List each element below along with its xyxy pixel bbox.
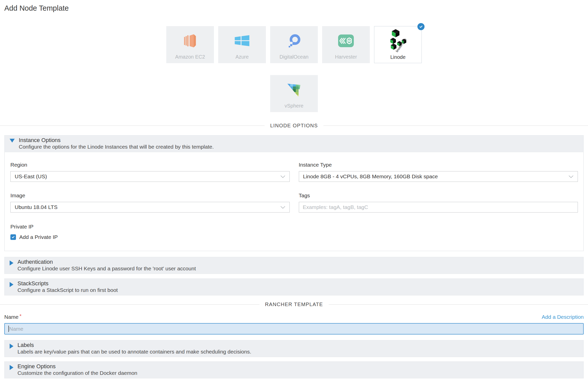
instance-options-panel: Region US-East (US) Instance Type Linode… (4, 152, 584, 251)
private-ip-label: Private IP (10, 224, 290, 230)
instance-type-label: Instance Type (299, 162, 578, 168)
provider-card-azure[interactable]: Azure (218, 26, 266, 63)
section-engine-options-header[interactable]: Engine Options Customize the configurati… (4, 361, 584, 378)
provider-label: vSphere (285, 103, 304, 109)
provider-card-harvester[interactable]: Harvester (322, 26, 370, 63)
svg-text:linode.com: linode.com (395, 38, 407, 53)
tags-field: Tags (299, 192, 578, 213)
tags-label: Tags (299, 192, 578, 199)
section-labels-header[interactable]: Labels Labels are key/value pairs that c… (4, 340, 584, 357)
expand-arrow-icon (10, 282, 13, 287)
provider-label: Harvester (335, 54, 357, 60)
section-stackscripts-header[interactable]: StackScripts Configure a StackScript to … (4, 278, 584, 295)
name-input[interactable] (4, 323, 584, 335)
name-input-wrap (4, 323, 584, 335)
instance-type-value: Linode 8GB - 4 vCPUs, 8GB Memory, 160GB … (303, 173, 438, 180)
expand-arrow-icon (10, 344, 13, 349)
private-ip-checkbox[interactable] (10, 234, 16, 240)
chevron-down-icon (568, 175, 574, 178)
region-field: Region US-East (US) (10, 162, 290, 182)
region-value: US-East (US) (15, 173, 47, 180)
image-select[interactable]: Ubuntu 18.04 LTS (10, 202, 290, 213)
provider-label: Amazon EC2 (175, 54, 205, 60)
section-instance-options-header[interactable]: Instance Options Configure the options f… (4, 135, 584, 152)
expand-arrow-icon (10, 260, 13, 266)
image-value: Ubuntu 18.04 LTS (15, 204, 58, 210)
divider-label: RANCHER TEMPLATE (260, 302, 329, 307)
region-select[interactable]: US-East (US) (10, 171, 290, 182)
linode-options-divider: LINODE OPTIONS (0, 123, 588, 129)
provider-label: Linode (390, 54, 406, 60)
digitalocean-icon (286, 28, 302, 54)
region-label: Region (10, 162, 290, 168)
required-asterisk: * (20, 313, 22, 319)
provider-card-vsphere[interactable]: vSphere (270, 75, 318, 112)
provider-row-1: Amazon EC2 Azure (4, 26, 584, 63)
harvester-icon (338, 28, 354, 54)
add-node-template-page: Add Node Template Amazon EC2 (0, 4, 588, 387)
section-authentication-header[interactable]: Authentication Configure Linode user SSH… (4, 257, 584, 274)
section-title: Labels (17, 342, 251, 348)
divider-label: LINODE OPTIONS (265, 123, 323, 129)
check-icon (11, 235, 15, 239)
section-description: Configure Linode user SSH Keys and a pas… (17, 265, 196, 272)
provider-picker: Amazon EC2 Azure (4, 26, 584, 112)
provider-label: Azure (235, 54, 249, 60)
section-title: Engine Options (17, 363, 137, 370)
text-caret (8, 326, 9, 332)
provider-row-2: vSphere (4, 75, 584, 112)
section-description: Configure a StackScript to run on first … (17, 287, 118, 293)
chevron-down-icon (280, 175, 285, 178)
private-ip-field: Private IP Add a Private IP (10, 224, 290, 240)
add-description-link[interactable]: Add a Description (542, 314, 584, 320)
section-description: Customize the configuration of the Docke… (17, 370, 137, 376)
section-description: Configure the options for the Linode Ins… (19, 144, 214, 150)
linode-icon: linode.com (388, 28, 408, 54)
provider-label: DigitalOcean (280, 54, 309, 60)
image-label: Image (10, 192, 290, 199)
section-title: Instance Options (19, 137, 214, 144)
chevron-down-icon (280, 206, 285, 209)
provider-card-linode[interactable]: linode.com Linode (374, 26, 422, 63)
image-field: Image Ubuntu 18.04 LTS (10, 192, 290, 213)
provider-card-amazon-ec2[interactable]: Amazon EC2 (166, 26, 214, 63)
instance-type-field: Instance Type Linode 8GB - 4 vCPUs, 8GB … (299, 162, 578, 182)
divider-line (0, 126, 265, 126)
section-title: StackScripts (17, 280, 118, 287)
azure-icon (233, 28, 251, 54)
divider-line (323, 126, 588, 126)
amazon-ec2-icon (182, 28, 198, 54)
collapse-arrow-icon (10, 139, 15, 143)
provider-card-digitalocean[interactable]: DigitalOcean (270, 26, 318, 63)
divider-line (329, 304, 588, 305)
rancher-template-divider: RANCHER TEMPLATE (0, 302, 588, 307)
name-row: Name* Add a Description (4, 314, 584, 320)
instance-type-select[interactable]: Linode 8GB - 4 vCPUs, 8GB Memory, 160GB … (299, 171, 578, 182)
name-label: Name (4, 314, 19, 320)
tags-input[interactable] (299, 202, 578, 213)
divider-line (0, 304, 260, 305)
vsphere-icon (287, 77, 301, 102)
section-title: Authentication (17, 258, 196, 265)
selected-check-icon (417, 23, 425, 30)
section-description: Labels are key/value pairs that can be u… (17, 348, 251, 355)
expand-arrow-icon (10, 365, 13, 370)
private-ip-checkbox-label: Add a Private IP (19, 234, 58, 240)
page-title: Add Node Template (4, 4, 584, 12)
